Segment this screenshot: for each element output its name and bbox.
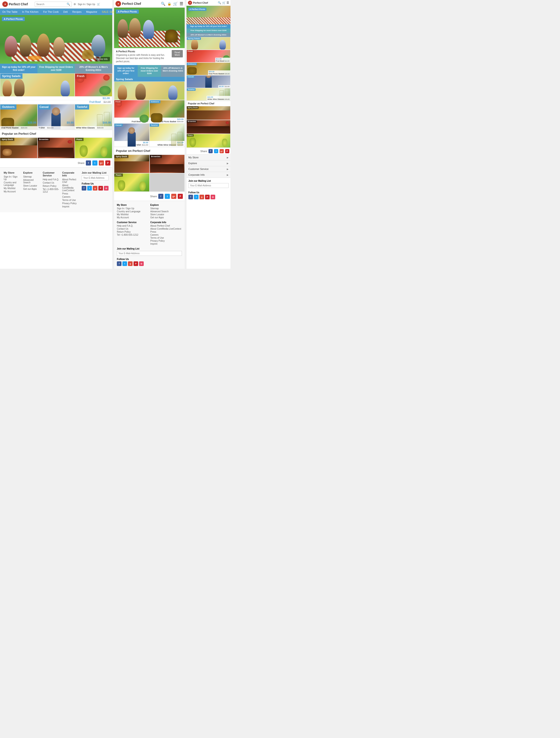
footer-lang2[interactable]: Country and Language xyxy=(117,210,148,213)
footer-press-col1[interactable]: Press xyxy=(62,193,79,195)
cart-icon-col2[interactable]: 🛒 xyxy=(173,2,178,6)
casual-cell-col2[interactable]: Casual $9.99 T-Shirt $11.99 xyxy=(114,123,149,147)
footer-fb2[interactable]: f xyxy=(117,261,121,266)
brownies-cell-col2[interactable]: Brownies xyxy=(149,154,185,173)
footer-faq2[interactable]: Help and F.A.Q. xyxy=(117,225,148,227)
outdoors-col3[interactable]: Outdoors $29.99 Oval Picnic Basket $39.9… xyxy=(186,62,230,75)
facebook-share-col1[interactable]: f xyxy=(86,160,91,165)
spring-salads-img-area-col2[interactable] xyxy=(114,81,185,100)
footer-careers-col1[interactable]: Careers xyxy=(62,196,79,198)
footer-acct2[interactable]: My Account xyxy=(117,216,148,219)
outdoors-cell-col1[interactable]: Outdoors $29.99 Oval Picnic Basket $39.9… xyxy=(0,104,37,130)
footer-return-col1[interactable]: Return Policy xyxy=(43,185,60,187)
pears-cell-col2[interactable]: Pears xyxy=(114,173,149,192)
footer-advsearch-col1[interactable]: Advanced Search xyxy=(23,179,40,184)
pinterest-share-col1[interactable]: P xyxy=(105,160,110,165)
pears-col1[interactable]: Pears xyxy=(75,137,112,158)
mailing-input-col3[interactable] xyxy=(188,183,228,188)
footer-about-col1[interactable]: About Perfect Chef xyxy=(62,178,79,183)
tasteful-col3[interactable]: Tasteful $44.99 White Wine Glasses $49.9… xyxy=(186,88,230,101)
search-bar-col1[interactable]: 🔍 xyxy=(35,2,72,7)
footer-careers2[interactable]: Careers xyxy=(150,234,182,236)
read-more-btn-col2[interactable]: Read More xyxy=(172,50,183,57)
footer-signin-col1[interactable]: Sign In / Sign Up xyxy=(4,175,21,180)
footer-gp-col1[interactable]: g xyxy=(93,186,97,191)
search-icon-col3[interactable]: 🔍 xyxy=(218,1,221,4)
nav-on-the-table[interactable]: On The Table xyxy=(0,9,20,15)
nav-in-the-kitchen[interactable]: In The Kitchen xyxy=(20,9,41,15)
footer-gp2[interactable]: g xyxy=(128,261,133,266)
footer-wish2[interactable]: My Wishlist xyxy=(117,213,148,216)
accordion-corp-col3[interactable]: Corporate Info ▶ xyxy=(186,172,230,178)
duck-col3[interactable]: Spicy Duck xyxy=(186,106,230,120)
duck-cell-col2[interactable]: Spicy Duck xyxy=(114,154,149,173)
hero-more-btn-col1[interactable]: More Info xyxy=(96,57,110,61)
accordion-explore-col3[interactable]: Explore ▶ xyxy=(186,160,230,166)
footer-faq-col1[interactable]: Help and F.A.Q. xyxy=(43,178,60,181)
gp-share-col3[interactable]: g+ xyxy=(219,149,224,153)
footer-tw-col1[interactable]: t xyxy=(87,186,92,191)
cart-icon-col1[interactable]: 🛒 xyxy=(97,3,100,6)
footer-terms-col1[interactable]: Terms of Use xyxy=(62,199,79,202)
gp-share-col2[interactable]: g+ xyxy=(171,194,176,199)
footer-storeloc2[interactable]: Store Locator xyxy=(150,213,182,216)
nav-recipes[interactable]: Recipes xyxy=(70,9,84,15)
footer-imprint-col1[interactable]: Imprint xyxy=(62,205,79,208)
footer-terms2[interactable]: Terms of Use xyxy=(150,237,182,239)
mailing-input-col1[interactable] xyxy=(82,175,108,180)
spring-salads-cell-col1[interactable]: Spring Salads xyxy=(0,73,75,96)
footer-pi3[interactable]: P xyxy=(205,195,210,199)
logo-col3[interactable]: ✦ Perfect Chef xyxy=(188,1,208,5)
pears-col3[interactable]: Pears xyxy=(186,134,230,148)
footer-wishlist-col1[interactable]: My Wishlist xyxy=(4,187,21,190)
pi-share-col3[interactable]: P xyxy=(225,149,229,153)
tasteful-cell-col2[interactable]: Tasteful $44.99 White Wine Glasses $49.9… xyxy=(149,123,185,147)
footer-fb3[interactable]: f xyxy=(188,195,193,199)
footer-pi2[interactable]: P xyxy=(133,261,138,266)
nav-for-the-cook[interactable]: For The Cook xyxy=(41,9,61,15)
spicy-duck-col1[interactable]: Spicy Duck xyxy=(0,137,37,158)
brownies-col3[interactable]: Brownies xyxy=(186,120,230,134)
footer-pi-col1[interactable]: P xyxy=(98,186,103,191)
tw-share-col2[interactable]: t xyxy=(165,194,170,199)
brownies-col1[interactable]: Brownies xyxy=(37,137,75,158)
signin-link-col1[interactable]: Sign In / Sign Up xyxy=(78,3,95,6)
search-icon-col2[interactable]: 🔍 xyxy=(161,2,165,6)
footer-apps2[interactable]: Get our Apps xyxy=(150,216,182,219)
gplus-share-col1[interactable]: g+ xyxy=(99,160,104,165)
nav-deli[interactable]: Deli xyxy=(61,9,70,15)
footer-coremedia-col1[interactable]: About CoreMedia LiveContext xyxy=(62,184,79,192)
fresh-col3[interactable]: Fresh $11.99 Fruit Bowl $14.99 xyxy=(186,50,230,62)
logo-col1[interactable]: ✦ Perfect Chef xyxy=(2,1,35,7)
fresh-cell-col2[interactable]: Fresh $11.99 Fruit Bowl $14.99 xyxy=(114,100,149,123)
menu-icon-col3[interactable]: ☰ xyxy=(226,1,229,4)
footer-contact-col1[interactable]: Contact Us xyxy=(43,181,60,184)
footer-contact2[interactable]: Contact Us xyxy=(117,228,148,230)
footer-advsrch2[interactable]: Advanced Search xyxy=(150,210,182,213)
footer-privacy-col1[interactable]: Privacy Policy xyxy=(62,202,79,205)
logo-col2[interactable]: ✦ Perfect Chef xyxy=(115,1,148,6)
pi-share-col2[interactable]: P xyxy=(178,194,183,199)
cart-icon-col3[interactable]: 🛒 xyxy=(222,1,225,4)
mailing-input-col2[interactable] xyxy=(117,251,182,256)
footer-press2[interactable]: Press xyxy=(150,231,182,233)
footer-sitemap2[interactable]: Sitemap xyxy=(150,207,182,210)
footer-tw3[interactable]: t xyxy=(194,195,198,199)
fresh-cell-col1[interactable]: Fresh xyxy=(75,73,112,96)
casual-col3[interactable]: Casual $9.99 $11.99 xyxy=(186,75,230,88)
lock-icon-col2[interactable]: 🔒 xyxy=(167,2,171,6)
footer-ig-col1[interactable]: ◎ xyxy=(104,186,108,191)
footer-tw2[interactable]: t xyxy=(122,261,127,266)
tw-share-col3[interactable]: t xyxy=(214,149,218,153)
footer-account-col1[interactable]: My Account xyxy=(4,190,21,193)
footer-return2[interactable]: Return Policy xyxy=(117,231,148,233)
accordion-cs-col3[interactable]: Customer Service ▶ xyxy=(186,166,230,172)
search-icon-col1[interactable]: 🔍 xyxy=(67,3,70,6)
casual-cell-col1[interactable]: Casual $9.99 T-Shirt $11.99 xyxy=(37,104,75,130)
footer-apps-col1[interactable]: Get our Apps xyxy=(23,188,40,190)
tasteful-cell-col1[interactable]: Tasteful $44.99 White Wine Glasses $49.9… xyxy=(75,104,112,130)
accordion-mystore-col3[interactable]: My Store ▶ xyxy=(186,154,230,160)
nav-magazine[interactable]: Magazine xyxy=(84,9,99,15)
footer-imprint2[interactable]: Imprint xyxy=(150,243,182,245)
menu-icon-col2[interactable]: ☰ xyxy=(179,1,183,6)
